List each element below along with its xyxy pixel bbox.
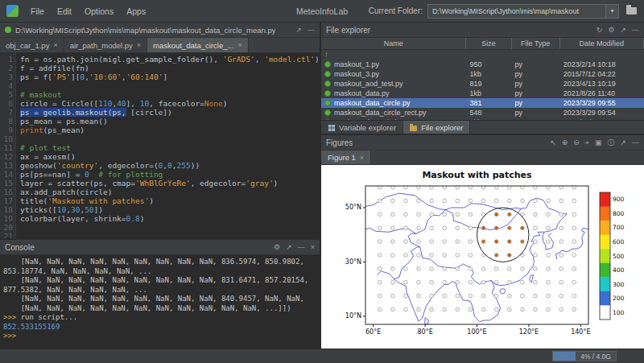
console-line: >>> run script... <box>3 313 316 323</box>
svg-text:120°E: 120°E <box>519 328 539 336</box>
svg-text:100°E: 100°E <box>467 328 486 336</box>
line-number: 16 <box>0 188 13 196</box>
column-header[interactable]: Size <box>466 38 511 49</box>
minimize-icon[interactable]: — <box>308 27 315 34</box>
folder-icon <box>410 126 417 131</box>
memory-usage-bar <box>553 352 576 361</box>
figures-title: Figures <box>326 138 353 147</box>
file-explorer-header: File explorer ↻ ⚙ ↗ — <box>321 23 644 38</box>
svg-text:800: 800 <box>613 210 625 217</box>
editor-panel: D:\Working\MIScript\Jython\mis\map\masko… <box>0 23 320 238</box>
file-date: 2023/4/13 10:19 <box>560 80 644 88</box>
tab-label: air_path_model.py <box>70 41 133 50</box>
console-title: Console <box>5 243 35 252</box>
gear-icon[interactable]: ⚙ <box>274 244 280 251</box>
file-row[interactable]: maskout_3.py1kbpy2015/7/12 04:22 <box>321 69 644 79</box>
file-row[interactable]: maskout_data_circle.py381py2023/3/29 09:… <box>321 98 644 108</box>
svg-text:50°N: 50°N <box>345 204 361 211</box>
file-size: 950 <box>466 60 511 68</box>
py-file-icon <box>324 100 331 106</box>
current-folder-combobox[interactable]: D:\Working\MIScript\Jython\mis\map\masko… <box>427 4 619 19</box>
editor-file-path: D:\Working\MIScript\Jython\mis\map\masko… <box>15 26 275 35</box>
code-line: f = addfile(fn) <box>20 64 320 72</box>
menu-apps[interactable]: Apps <box>120 0 152 22</box>
explorer-bottom-tabs: Variable explorerFile explorer <box>321 120 644 134</box>
bottom-tab-file-explorer[interactable]: File explorer <box>403 121 470 134</box>
bottom-tab-variable-explorer[interactable]: Variable explorer <box>321 121 403 134</box>
line-number: 1 <box>0 55 13 64</box>
py-file-icon <box>324 71 331 77</box>
line-number: 12 <box>0 152 13 161</box>
svg-text:140°E: 140°E <box>571 328 590 336</box>
float-icon[interactable]: ↗ <box>620 27 626 34</box>
line-number: 15 <box>0 179 13 188</box>
console-panel: Console ⚙ ↗ — × [NaN, NaN, NaN, NaN, NaN… <box>0 238 320 349</box>
float-icon[interactable]: ↗ <box>620 139 626 146</box>
code-line: layer = scatter(ps, cmap='WhBlGrYeRe', e… <box>20 179 320 188</box>
line-number: 10 <box>0 134 13 143</box>
file-table-header[interactable]: NameSizeFile TypeDate Modified <box>321 38 644 50</box>
editor-code[interactable]: fn = os.path.join(migl.get_sample_folder… <box>16 53 320 238</box>
figure-tab[interactable]: Figure 1 × <box>321 151 371 164</box>
column-header[interactable]: File Type <box>512 38 560 49</box>
menu-options[interactable]: Options <box>78 0 120 22</box>
menu-file[interactable]: File <box>24 0 51 22</box>
current-folder-value: D:\Working\MIScript\Jython\mis\map\masko… <box>428 7 605 15</box>
browse-folder-button[interactable] <box>623 4 639 19</box>
file-row[interactable]: maskout_1.py950py2023/2/14 10:18 <box>321 60 644 69</box>
table-icon <box>328 124 335 131</box>
file-type: py <box>512 70 560 78</box>
gear-icon[interactable]: ⚙ <box>608 27 614 34</box>
chevron-down-icon[interactable]: ▾ <box>605 5 618 18</box>
up-arrow-icon: ↑ <box>324 51 328 59</box>
code-line: ps = geolib.maskout(ps, [circle]) <box>20 108 320 117</box>
float-icon[interactable]: ↗ <box>295 27 302 34</box>
zoom-out-icon[interactable]: ⊖ <box>573 139 580 146</box>
figure-canvas[interactable]: Maskout with patches60°E80°E100°E120°E14… <box>321 165 644 349</box>
svg-text:700: 700 <box>613 224 625 231</box>
pan-icon[interactable]: ⌖ <box>585 139 589 146</box>
menu-bar: FileEditOptionsApps <box>24 0 152 22</box>
column-header[interactable]: Date Modified <box>560 38 644 49</box>
code-line: yticks([10,30,50]) <box>20 205 320 214</box>
tab-close-icon[interactable]: × <box>360 154 364 162</box>
editor-tab[interactable]: air_path_model.py× <box>64 38 147 52</box>
code-line: ps[ps==nan] = 0 # for plotting <box>20 170 320 179</box>
file-date: 2023/3/29 09:55 <box>560 99 644 107</box>
tab-close-icon[interactable]: × <box>137 41 141 49</box>
title-bar: FileEditOptionsApps MeteoInfoLab Current… <box>0 0 644 23</box>
file-row[interactable]: maskout_data.py1kbpy2021/8/26 11:40 <box>321 89 644 98</box>
line-number: 2 <box>0 64 13 72</box>
memory-indicator[interactable]: 4% / 4.0G <box>552 351 617 361</box>
column-header[interactable]: Name <box>321 38 466 49</box>
tab-close-icon[interactable]: × <box>237 41 242 49</box>
menu-edit[interactable]: Edit <box>51 0 78 22</box>
editor-tab[interactable]: obj_car_1.py× <box>0 38 64 52</box>
minimize-icon[interactable]: — <box>632 139 639 146</box>
code-area[interactable]: 123456789101112131415161718192021 fn = o… <box>0 53 320 238</box>
prompt-prefix: >>> <box>3 332 21 340</box>
bottom-tab-label: File explorer <box>421 123 463 132</box>
info-icon[interactable]: ⓘ <box>607 139 614 146</box>
minimize-icon[interactable]: — <box>632 27 639 34</box>
zoom-in-icon[interactable]: ⊕ <box>562 139 568 146</box>
tab-close-icon[interactable]: × <box>53 41 57 49</box>
float-icon[interactable]: ↗ <box>286 244 292 251</box>
editor-tab[interactable]: maskout_data_circle_...× <box>147 38 249 52</box>
code-line: ps = f['PS'][0,'10:60','60:140'] <box>20 72 320 81</box>
file-row[interactable]: maskout_aod_test.py819py2023/4/13 10:19 <box>321 79 644 89</box>
console-output[interactable]: [NaN, NaN, NaN, NaN, NaN, NaN, NaN, NaN,… <box>0 255 320 349</box>
line-number: 13 <box>0 161 13 170</box>
code-line: # maskout <box>20 90 320 99</box>
select-cursor-icon[interactable]: ↖ <box>550 139 556 146</box>
layers-icon[interactable]: ▣ <box>595 139 602 146</box>
code-line: ps_mean = ps.mean() <box>20 117 320 126</box>
refresh-icon[interactable]: ↻ <box>597 27 603 34</box>
close-icon[interactable]: × <box>311 244 315 251</box>
svg-text:300: 300 <box>613 281 625 288</box>
file-size: 381 <box>466 99 511 107</box>
code-line <box>20 134 320 143</box>
file-row[interactable]: maskout_data_circle_rect.py548py2023/3/2… <box>321 108 644 118</box>
parent-dir-row[interactable]: ↑ <box>321 50 644 60</box>
minimize-icon[interactable]: — <box>298 244 305 251</box>
